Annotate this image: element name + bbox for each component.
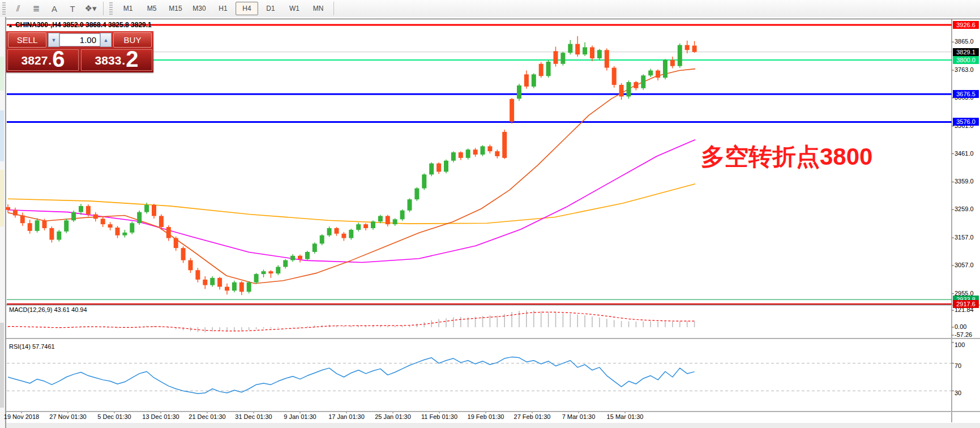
price-badge-2917.6: 2917.6: [953, 300, 979, 308]
candle-body-up: [305, 252, 310, 259]
candle-body-up: [35, 220, 40, 231]
sell-price-main: 3827: [22, 52, 48, 69]
candle-body-up: [451, 152, 456, 161]
candle-body-down: [174, 238, 178, 249]
candle-body-down: [473, 149, 478, 155]
candle-body-down: [86, 206, 91, 215]
rsi-axis-tick-label: 100: [955, 341, 965, 348]
candle-body-down: [152, 205, 156, 216]
price-axis-tick-label: 3057.0: [955, 262, 974, 268]
candle-body-up: [262, 271, 266, 274]
candle-body-down: [159, 216, 164, 227]
buy-button[interactable]: BUY: [113, 32, 152, 48]
candle-body-up: [378, 216, 383, 221]
chart-title-text: CHINA300-,H4 3852.0 3868.4 3825.8 3829.1: [15, 21, 152, 29]
candle-body-up: [283, 260, 288, 267]
volume-input[interactable]: 1.00: [59, 33, 100, 46]
pane-splitter-rsi[interactable]: [6, 338, 980, 339]
macd-axis-tick-label: 0.00: [955, 323, 966, 330]
price-axis-tick-label: 3259.0: [955, 206, 974, 212]
sell-price[interactable]: 3827.6: [7, 49, 79, 71]
chart-text-annotation[interactable]: 多空转折点3800: [701, 141, 872, 173]
price-axis-tick-label: 3157.0: [955, 234, 974, 241]
time-axis-label: 19 Feb 01:30: [468, 413, 504, 420]
candle-body-up: [408, 199, 412, 211]
candle-body-down: [166, 227, 171, 238]
window-bottom-edge: [6, 423, 980, 428]
pane-splitter-macd[interactable]: [6, 305, 980, 306]
candle-body-up: [466, 149, 470, 158]
candle-body-up: [393, 219, 397, 224]
candle-body-down: [605, 50, 609, 67]
candle-body-up: [122, 233, 127, 236]
candle-body-up: [444, 161, 448, 172]
volume-decrease-button[interactable]: ▼: [48, 33, 59, 47]
candle-body-down: [386, 216, 390, 224]
candle-body-down: [239, 283, 244, 292]
candle-body-up: [568, 44, 572, 53]
candle-body-up: [546, 62, 551, 76]
macd-signal-line: [8, 312, 695, 331]
candle-body-up: [313, 243, 317, 252]
candle-body-down: [575, 44, 580, 55]
candle-body-down: [692, 46, 697, 52]
candle-body-up: [210, 278, 215, 285]
volume-increase-button[interactable]: ▲: [100, 33, 112, 47]
ma-mid-line: [8, 140, 695, 263]
candle-body-down: [115, 228, 120, 236]
buy-price[interactable]: 3833.2: [81, 49, 152, 71]
candle-body-up: [290, 256, 295, 260]
candle-body-up: [641, 75, 645, 88]
candle-body-up: [79, 206, 83, 212]
rsi-axis-tick-label: 30: [955, 390, 961, 396]
sell-price-dot: .: [48, 52, 52, 69]
candle-body-up: [64, 220, 69, 232]
candle-body-up: [648, 71, 653, 76]
price-badge-3576.0: 3576.0: [953, 118, 979, 126]
candle-body-down: [108, 224, 113, 228]
price-badge-3800.0: 3800.0: [953, 56, 979, 64]
collapse-triangle-icon[interactable]: ▲: [8, 23, 13, 28]
candle-body-down: [203, 280, 207, 285]
rsi-line: [8, 357, 695, 394]
rsi-axis-tick-label: 70: [955, 362, 961, 369]
candle-body-up: [130, 223, 134, 233]
time-axis-label: 9 Jan 01:30: [284, 413, 316, 420]
time-axis-label: 19 Nov 2018: [4, 413, 39, 420]
candle-body-down: [181, 248, 186, 260]
candle-body-up: [247, 283, 251, 292]
price-badge-3926.6: 3926.6: [953, 21, 979, 29]
candle-body-up: [144, 205, 149, 212]
time-axis-label: 17 Jan 01:30: [328, 413, 365, 420]
candle-body-down: [28, 223, 32, 231]
candle-body-up: [320, 236, 324, 244]
buy-price-dot: .: [122, 52, 125, 69]
candle-body-up: [371, 221, 375, 228]
one-click-trading-panel: SELL ▼ 1.00 ▲ BUY 3827.6 3833.2: [6, 31, 153, 72]
candle-body-down: [225, 287, 229, 291]
candle-body-down: [487, 146, 492, 151]
candle-body-up: [678, 45, 682, 66]
candle-body-up: [429, 164, 434, 175]
sell-button[interactable]: SELL: [8, 32, 46, 48]
candle-body-down: [101, 219, 105, 224]
price-axis-tick-label: 3763.0: [955, 66, 974, 73]
candle-body-down: [656, 71, 660, 78]
candle-body-down: [619, 85, 624, 97]
candle-body-up: [597, 50, 602, 58]
sell-price-pips: 6: [52, 49, 65, 69]
time-axis-label: 27 Nov 01:30: [49, 413, 86, 420]
price-axis-tick-label: 3359.0: [955, 178, 974, 185]
macd-indicator-label: MACD(12,26,9) 43.61 40.94: [9, 306, 87, 313]
candle-body-up: [517, 85, 521, 99]
candle-body-down: [502, 132, 507, 158]
candle-body-up: [232, 283, 237, 291]
candle-body-down: [42, 220, 47, 228]
time-axis-label: 5 Dec 01:30: [97, 413, 131, 420]
buy-price-main: 3833: [95, 52, 122, 69]
candle-body-down: [6, 207, 10, 210]
candle-body-up: [414, 189, 419, 200]
candle-body-down: [510, 99, 514, 122]
candle-body-down: [539, 64, 544, 76]
candle-body-up: [663, 60, 667, 78]
